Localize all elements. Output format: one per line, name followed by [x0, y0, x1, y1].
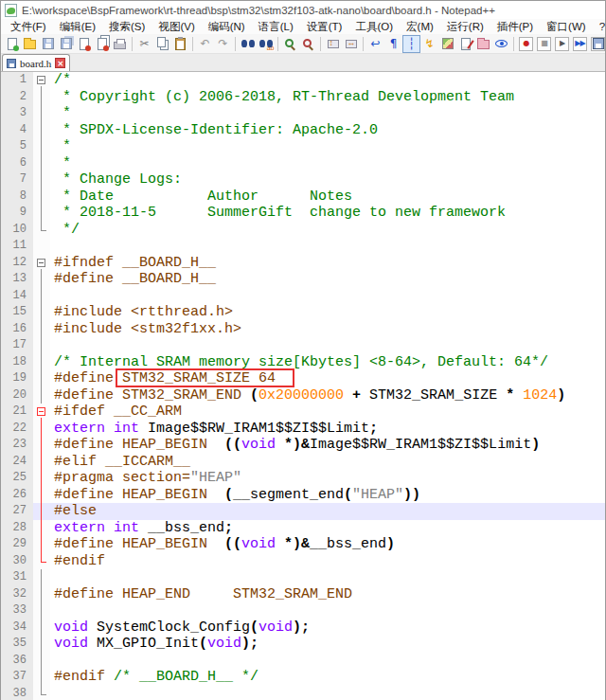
code-text[interactable]: *	[50, 138, 605, 155]
redo-icon[interactable]: ↷	[214, 35, 232, 53]
code-text[interactable]	[50, 653, 605, 670]
code-text[interactable]: #ifdef __CC_ARM	[50, 404, 605, 421]
menu-item-7[interactable]: 工具(O)	[348, 19, 400, 34]
code-text[interactable]: extern int Image$$RW_IRAM1$$ZI$$Limit;	[50, 421, 605, 438]
macro-play-icon: ▶	[560, 40, 564, 47]
code-text[interactable]: *	[50, 155, 605, 172]
document-monitor-icon[interactable]	[492, 35, 510, 53]
zoom-in-icon[interactable]	[281, 35, 299, 53]
macro-stop-icon[interactable]: ■	[535, 35, 553, 53]
macro-record-icon[interactable]: ●	[517, 35, 535, 53]
function-list-icon[interactable]	[456, 35, 474, 53]
code-text[interactable]: *	[50, 105, 605, 122]
code-line-15: 15#include <rtthread.h>	[1, 304, 605, 321]
close-all-icon[interactable]	[93, 35, 111, 53]
copy-icon[interactable]	[153, 35, 171, 53]
menu-item-12[interactable]: ?	[593, 19, 606, 34]
code-text[interactable]: #endif	[50, 553, 605, 570]
open-file-icon[interactable]	[21, 35, 39, 53]
fold-toggle-icon[interactable]	[33, 255, 50, 272]
code-text[interactable]: * Date Author Notes	[50, 188, 605, 206]
menu-item-3[interactable]: 视图(V)	[152, 19, 201, 34]
macro-save-icon[interactable]	[589, 35, 606, 53]
save-icon[interactable]	[39, 35, 57, 53]
code-text[interactable]: /*	[50, 72, 605, 89]
toolbar-separator	[192, 37, 193, 51]
undo-icon[interactable]: ↶	[196, 35, 214, 53]
indent-guide-icon[interactable]: ┆	[402, 35, 420, 53]
code-text[interactable]	[50, 288, 605, 305]
code-text[interactable]	[50, 602, 605, 619]
tab-close-icon[interactable]: ✕	[55, 58, 65, 68]
show-all-characters-icon[interactable]: ¶	[384, 35, 402, 53]
code-text[interactable]: #ifndef __BOARD_H__	[50, 255, 605, 272]
code-text[interactable]: #define HEAP_BEGIN ((void *)&__bss_end)	[50, 536, 605, 553]
menu-item-4[interactable]: 编码(N)	[202, 19, 252, 34]
tab-board-h[interactable]: board.h ✕	[2, 54, 70, 71]
code-text[interactable]: #include <rtthread.h>	[50, 304, 605, 321]
code-text[interactable]: #else	[50, 503, 605, 520]
code-text[interactable]: #endif /* __BOARD_H__ */	[50, 669, 605, 686]
document-map-icon[interactable]	[438, 35, 456, 53]
save-all-icon[interactable]	[57, 35, 75, 53]
code-text[interactable]: #define STM32_SRAM_SIZE 64	[50, 370, 605, 387]
macro-run-multiple-icon[interactable]: ▶▶	[571, 35, 589, 53]
code-text[interactable]: extern int __bss_end;	[50, 520, 605, 537]
code-text[interactable]: * Copyright (c) 2006-2018, RT-Thread Dev…	[50, 89, 605, 106]
code-text[interactable]	[50, 686, 605, 700]
folder-as-workspace-icon[interactable]	[474, 35, 492, 53]
code-text[interactable]: * SPDX-License-Identifier: Apache-2.0	[50, 122, 605, 139]
line-number: 4	[1, 122, 33, 139]
code-editor[interactable]: 1/*2 * Copyright (c) 2006-2018, RT-Threa…	[1, 72, 605, 700]
menu-item-11[interactable]: 窗口(W)	[540, 19, 593, 34]
code-text[interactable]: * Change Logs:	[50, 171, 605, 188]
code-text[interactable]: void SystemClock_Config(void);	[50, 619, 605, 637]
menu-item-9[interactable]: 运行(R)	[440, 19, 490, 34]
code-text[interactable]: #define HEAP_BEGIN (__segment_end("HEAP"…	[50, 487, 605, 504]
code-line-19: 19#define STM32_SRAM_SIZE 64	[1, 370, 605, 387]
code-text[interactable]: #define STM32_SRAM_END (0x20000000 + STM…	[50, 387, 605, 404]
code-text[interactable]: #pragma section="HEAP"	[50, 470, 605, 487]
code-text[interactable]: #include <stm32f1xx.h>	[50, 321, 605, 338]
code-text[interactable]: #define HEAP_END STM32_SRAM_END	[50, 586, 605, 603]
sync-vertical-scroll-icon[interactable]: ↕	[324, 35, 342, 53]
replace-icon[interactable]: ab	[257, 35, 275, 53]
menu-item-0[interactable]: 文件(F)	[4, 19, 53, 34]
macro-play-icon[interactable]: ▶	[553, 35, 571, 53]
code-line-11: 11	[1, 238, 605, 255]
code-text[interactable]	[50, 569, 605, 586]
zoom-out-icon[interactable]	[299, 35, 317, 53]
print-icon[interactable]	[111, 35, 129, 53]
user-defined-language-icon[interactable]: ↯	[420, 35, 438, 53]
code-text[interactable]: * 2018-11-5 SummerGift change to new fra…	[50, 205, 605, 222]
code-text[interactable]: #define __BOARD_H__	[50, 271, 605, 288]
line-number: 10	[1, 222, 33, 239]
find-icon[interactable]	[239, 35, 257, 53]
code-text[interactable]	[50, 337, 605, 354]
code-line-10: 10 */	[1, 222, 605, 239]
code-line-3: 3 *	[1, 105, 605, 122]
line-number: 11	[1, 238, 33, 255]
code-text[interactable]: void MX_GPIO_Init(void);	[50, 636, 605, 653]
menu-item-10[interactable]: 插件(P)	[490, 19, 540, 34]
paste-icon[interactable]	[171, 35, 189, 53]
code-text[interactable]	[50, 238, 605, 255]
word-wrap-icon[interactable]: ↩	[366, 35, 384, 53]
new-file-icon[interactable]	[3, 35, 21, 53]
menu-item-1[interactable]: 编辑(E)	[53, 19, 102, 34]
close-icon[interactable]	[75, 35, 93, 53]
code-text[interactable]: #elif __ICCARM__	[50, 454, 605, 471]
cut-icon[interactable]: ✂	[135, 35, 153, 53]
line-number: 35	[1, 636, 33, 653]
code-text[interactable]: #define HEAP_BEGIN ((void *)&Image$$RW_I…	[50, 437, 605, 454]
fold-toggle-icon[interactable]	[33, 72, 50, 89]
code-text[interactable]: */	[50, 222, 605, 239]
menu-item-2[interactable]: 搜索(S)	[102, 19, 152, 34]
menu-item-8[interactable]: 宏(M)	[400, 19, 440, 34]
menu-item-6[interactable]: 设置(T)	[300, 19, 349, 34]
fold-toggle-icon[interactable]	[33, 404, 50, 421]
sync-horizontal-scroll-icon[interactable]: ↔	[342, 35, 360, 53]
line-number: 27	[1, 503, 33, 520]
fold-margin	[33, 437, 50, 454]
menu-item-5[interactable]: 语言(L)	[252, 19, 300, 34]
